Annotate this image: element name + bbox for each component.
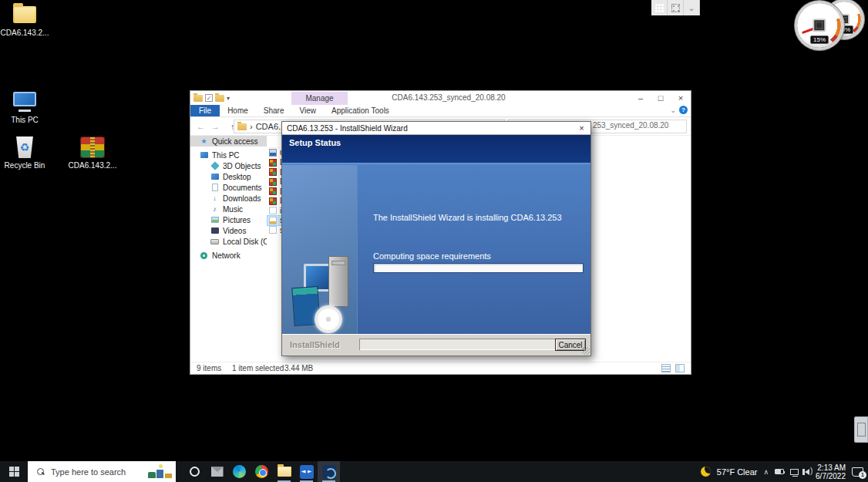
installer-button[interactable] [318, 461, 340, 482]
navigation-pane: ★Quick access This PC 3D Objects Desktop… [190, 136, 267, 363]
sidebar-item-network[interactable]: Network [190, 250, 267, 261]
desktop-icon-this-pc[interactable]: This PC [0, 90, 49, 124]
volume-icon[interactable] [805, 469, 809, 475]
sidebar-item-music[interactable]: ♪Music [190, 204, 267, 214]
installing-message: The InstallShield Wizard is installing C… [373, 213, 577, 222]
computer-icon [12, 92, 38, 112]
help-icon[interactable]: ? [679, 106, 688, 114]
expand-icon[interactable] [668, 0, 684, 15]
thumbnail-view-icon[interactable] [675, 364, 685, 372]
manage-contextual-tab[interactable]: Manage [291, 92, 348, 105]
explorer-titlebar[interactable]: ✓ ▾ Manage CDA6.143.253_synced_20.08.20 … [190, 91, 691, 105]
edge-button[interactable] [228, 461, 251, 482]
dialog-body: The InstallShield Wizard is installing C… [282, 165, 590, 335]
desktop-icon-cda-archive[interactable]: CDA6.143.2... [68, 136, 117, 170]
file-explorer-button[interactable] [273, 461, 295, 482]
mail-icon [211, 467, 224, 477]
tab-share[interactable]: Share [256, 105, 292, 116]
setup-status-heading: Setup Status [282, 135, 590, 147]
document-file-icon [269, 226, 277, 234]
resize-grip[interactable] [582, 347, 590, 355]
tray-expand-icon[interactable]: ∧ [763, 468, 769, 476]
system-tray: 57°F Clear ∧ 2:13 AM 6/7/2022 1 [701, 461, 868, 482]
close-button[interactable]: × [671, 91, 691, 105]
sidebar-item-desktop[interactable]: Desktop [190, 171, 267, 182]
footer-groove [359, 339, 557, 350]
cancel-button[interactable]: Cancel [555, 339, 586, 351]
qat-dropdown-icon[interactable]: ▾ [227, 95, 230, 102]
weather-moon-icon[interactable] [701, 467, 711, 477]
sidebar-item-quick-access[interactable]: ★Quick access [190, 136, 267, 147]
network-icon[interactable] [790, 469, 799, 475]
remote-overlay-toolbar: ⌄ [651, 0, 700, 15]
tab-file[interactable]: File [190, 105, 220, 116]
search-placeholder: Type here to search [51, 467, 126, 477]
edge-panel-handle[interactable] [854, 416, 868, 443]
new-folder-icon[interactable] [215, 95, 224, 102]
search-decoration [146, 464, 174, 479]
battery-icon[interactable] [775, 469, 784, 474]
cab-file-icon [269, 197, 277, 205]
sidebar-item-3d-objects[interactable]: 3D Objects [190, 160, 267, 171]
selection-count: 1 item selected [232, 364, 284, 372]
progress-status-label: Computing space requirements [373, 251, 491, 261]
tab-application-tools[interactable]: Application Tools [324, 105, 397, 116]
action-center-icon[interactable]: 1 [852, 467, 863, 477]
sidebar-item-this-pc[interactable]: This PC [190, 150, 267, 160]
back-icon[interactable]: ← [197, 122, 205, 131]
tab-home[interactable]: Home [220, 105, 256, 116]
details-view-icon[interactable] [661, 364, 671, 372]
forward-icon[interactable]: → [211, 122, 220, 131]
clock[interactable]: 2:13 AM 6/7/2022 [816, 463, 846, 480]
computer-icon [200, 151, 208, 160]
collapse-icon[interactable]: ⌄ [684, 0, 700, 15]
cd-graphic-icon [315, 305, 342, 333]
notification-badge: 1 [859, 471, 866, 479]
installer-icon [322, 465, 336, 479]
installshield-wizard-dialog: CDA6.13.253 - InstallShield Wizard × Set… [281, 121, 591, 356]
folder-icon [237, 123, 247, 130]
cab-file-icon [269, 187, 277, 195]
documents-icon [210, 184, 219, 192]
cab-file-icon [269, 159, 277, 167]
mail-button[interactable] [206, 461, 228, 482]
teamviewer-icon [300, 465, 314, 479]
dialog-header: Setup Status [282, 135, 590, 163]
window-title: CDA6.143.253_synced_20.08.20 [352, 93, 545, 102]
progress-bar [373, 263, 584, 273]
taskbar-search-input[interactable]: Type here to search [28, 461, 176, 482]
desktop-icon-cda-folder[interactable]: CDA6.143.2... [0, 3, 49, 37]
desktop-icon-label: CDA6.143.2... [0, 29, 49, 37]
search-icon [37, 468, 45, 476]
dialog-title: CDA6.13.253 - InstallShield Wizard [282, 124, 408, 133]
taskbar: Type here to search 57°F Clear ∧ 2:13 AM… [0, 461, 868, 482]
grid-icon[interactable] [651, 0, 668, 15]
properties-icon[interactable]: ✓ [205, 94, 213, 102]
cortana-icon [190, 467, 200, 477]
sidebar-item-downloads[interactable]: ↓Downloads [190, 193, 267, 204]
weather-text[interactable]: 57°F Clear [717, 467, 758, 477]
desktop-icon-label: Recycle Bin [0, 161, 49, 170]
dialog-titlebar[interactable]: CDA6.13.253 - InstallShield Wizard × [282, 122, 590, 135]
cpu-gauge-primary[interactable]: 15% [797, 3, 842, 48]
sidebar-item-videos[interactable]: Videos [190, 225, 267, 236]
item-count: 9 items [197, 364, 221, 372]
tab-view[interactable]: View [292, 105, 325, 116]
maximize-button[interactable]: □ [651, 91, 671, 105]
network-icon [200, 251, 208, 260]
ribbon-collapse-icon[interactable]: ⌄ [670, 106, 676, 114]
teamviewer-button[interactable] [295, 461, 318, 482]
cortana-button[interactable] [183, 461, 206, 482]
sidebar-item-pictures[interactable]: Pictures [190, 214, 267, 225]
sidebar-item-local-disk-c[interactable]: Local Disk (C:) [190, 236, 267, 247]
downloads-icon: ↓ [210, 194, 219, 203]
document-file-icon [269, 207, 277, 214]
chrome-button[interactable] [251, 461, 273, 482]
desktop-icon-recycle-bin[interactable]: ♻ Recycle Bin [0, 136, 49, 170]
sidebar-item-documents[interactable]: Documents [190, 182, 267, 193]
start-button[interactable] [0, 461, 28, 482]
quick-access-icon: ★ [200, 137, 208, 146]
dialog-close-button[interactable]: × [575, 123, 588, 133]
ribbon-tabs: File Home Share View Application Tools [190, 105, 691, 117]
minimize-button[interactable]: – [631, 91, 651, 105]
